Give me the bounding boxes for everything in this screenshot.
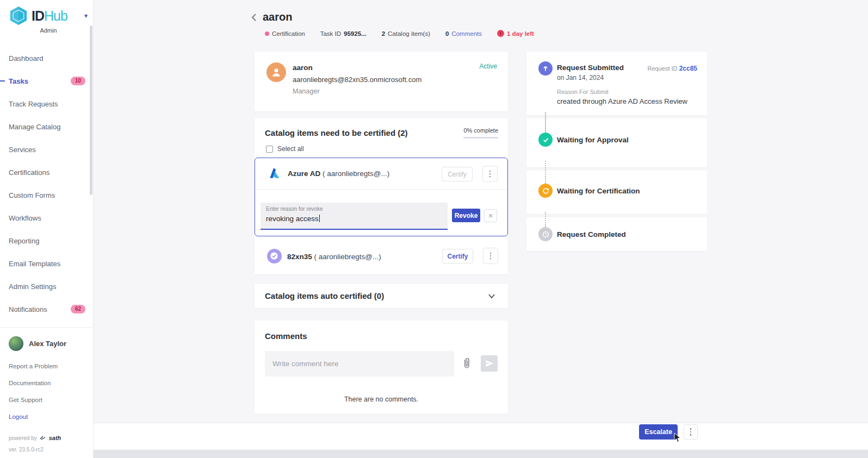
sidebar-item-label: Workflows (9, 214, 41, 222)
brand-name-id: ID (32, 8, 44, 23)
certify-button[interactable]: Certify (442, 249, 473, 263)
task-type-badge: Certification (265, 30, 305, 37)
status-badge: Active (479, 62, 497, 70)
sidebar-item-label: Custom Forms (9, 191, 55, 199)
paper-plane-icon (485, 359, 494, 368)
brand-subtitle: Admin (13, 27, 84, 34)
certify-progress: 0% complete (463, 127, 498, 139)
tasks-count-badge: 10 (71, 77, 85, 85)
sidebar-item-certifications[interactable]: Certifications (0, 161, 93, 184)
comments-count[interactable]: 0 Comments (445, 30, 482, 37)
sidebar-item-reporting[interactable]: Reporting (0, 229, 93, 252)
progress-bar (463, 137, 498, 139)
sidebar-item-label: Admin Settings (9, 283, 56, 291)
arrow-up-circle-icon (538, 61, 553, 76)
item-kebab-menu-icon[interactable] (482, 166, 498, 182)
certification-dot-icon (265, 32, 269, 36)
due-label: 1 day left (507, 30, 534, 37)
revoke-button[interactable]: Revoke (452, 209, 480, 222)
clock-circle-icon (538, 227, 553, 241)
revoke-input-value: revoking access (266, 215, 320, 223)
progress-label: 0% complete (463, 127, 498, 134)
user-role: Manager (293, 87, 319, 95)
user-email: aaronliebregts@82xn35.onmicrosoft.com (293, 76, 421, 84)
footer-kebab-menu-icon[interactable] (684, 424, 698, 440)
select-all[interactable]: Select all (266, 145, 304, 153)
auto-certified-section[interactable]: Catalog items auto certified (0) (255, 284, 508, 308)
request-submitted-title: Request Submitted (557, 64, 624, 72)
link-logout[interactable]: Logout (9, 413, 84, 420)
certify-button[interactable]: Certify (442, 167, 473, 181)
sidebar-item-tasks[interactable]: Tasks10 (0, 70, 93, 92)
sidebar-item-label: Manage Catalog (9, 123, 60, 131)
powered-by-label: powered by (9, 435, 37, 441)
comment-input[interactable] (265, 351, 454, 377)
sidebar-item-email-templates[interactable]: Email Templates (0, 252, 93, 275)
revoke-reason-input[interactable]: Enter reason for revoke revoking access (261, 203, 448, 230)
revoke-input-label: Enter reason for revoke (266, 206, 323, 212)
auto-certified-title: Catalog items auto certified (0) (265, 291, 384, 300)
powered-by: powered by sath (0, 430, 93, 441)
azure-ad-logo-icon (267, 166, 282, 181)
sidebar-item-workflows[interactable]: Workflows (0, 206, 93, 229)
catalog-item-82xn35: 82xn35 ( aaronliebregts@...) Certify (255, 241, 508, 274)
comments-count-label: Comments (451, 30, 482, 37)
step-label: Request Completed (557, 230, 626, 239)
item-kebab-menu-icon[interactable] (483, 248, 498, 264)
version-text: ver. 23.5.0-rc2 (0, 447, 93, 453)
link-report-a-problem[interactable]: Report a Problem (9, 363, 84, 369)
sidebar-item-notifications[interactable]: Notifications62 (0, 298, 93, 321)
page-header: aaron (250, 11, 292, 23)
comments-section: Comments There are no comments. (255, 321, 508, 414)
sidebar-links: Report a Problem Documentation Get Suppo… (0, 356, 93, 420)
request-id-label: Request ID (648, 65, 679, 72)
sidebar-user[interactable]: Alex Taylor (0, 331, 93, 356)
app-root: IDHub ▾ Admin Dashboard Tasks10 Track Re… (0, 0, 868, 458)
catalog-item-name: Azure AD ( aaronliebregts@...) (288, 170, 389, 178)
user-name: aaron (293, 64, 313, 72)
sidebar-scrollbar[interactable] (90, 26, 92, 195)
select-all-label: Select all (277, 145, 304, 153)
item-account: ( aaronliebregts@...) (314, 253, 381, 261)
sidebar-item-track-requests[interactable]: Track Requests (0, 92, 93, 115)
page-title: aaron (263, 11, 292, 23)
sidebar-item-label: Notifications (9, 305, 47, 313)
footer-action-bar (94, 423, 868, 449)
sidebar-item-custom-forms[interactable]: Custom Forms (0, 184, 93, 206)
send-comment-button[interactable] (481, 355, 498, 372)
back-button[interactable] (250, 12, 258, 22)
certify-section: Catalog items need to be certified (2) 0… (255, 118, 508, 274)
check-circle-icon (538, 133, 553, 147)
select-all-checkbox[interactable] (266, 146, 273, 153)
close-icon[interactable]: × (484, 209, 497, 222)
chevron-down-icon[interactable]: ▾ (84, 12, 88, 20)
item-name: 82xn35 (287, 253, 312, 261)
sidebar-item-label: Email Templates (9, 260, 60, 268)
chevron-left-icon (250, 12, 258, 22)
task-id-value: 95925... (344, 30, 367, 37)
sidebar-item-admin-settings[interactable]: Admin Settings (0, 275, 93, 298)
chevron-down-icon[interactable] (487, 292, 496, 302)
request-id[interactable]: Request ID 2cc85 (648, 65, 697, 72)
user-card: aaron aaronliebregts@82xn35.onmicrosoft.… (255, 52, 508, 111)
link-get-support[interactable]: Get Support (9, 397, 84, 403)
link-documentation[interactable]: Documentation (9, 380, 84, 386)
paperclip-icon[interactable] (462, 356, 472, 373)
exclamation-circle-icon: ! (497, 30, 504, 37)
horizontal-scrollbar[interactable] (49, 450, 868, 458)
powered-by-brand: sath (49, 435, 61, 441)
refresh-circle-icon (538, 184, 553, 198)
sidebar-item-label: Services (9, 146, 36, 154)
catalog-count: 2 Catalog item(s) (382, 30, 430, 37)
task-type-label: Certification (272, 30, 305, 37)
sidebar-item-manage-catalog[interactable]: Manage Catalog (0, 115, 93, 138)
idhub-hexagon-icon (9, 5, 28, 26)
sidebar-item-services[interactable]: Services (0, 138, 93, 161)
empty-comments-text: There are no comments. (255, 396, 508, 403)
mouse-cursor-icon (672, 432, 682, 446)
sidebar-item-dashboard[interactable]: Dashboard (0, 47, 93, 70)
sidebar-user-name: Alex Taylor (29, 340, 66, 348)
step-request-completed: Request Completed (526, 217, 707, 251)
catalog-count-label: Catalog item(s) (388, 30, 430, 37)
timeline-connector (545, 112, 546, 133)
